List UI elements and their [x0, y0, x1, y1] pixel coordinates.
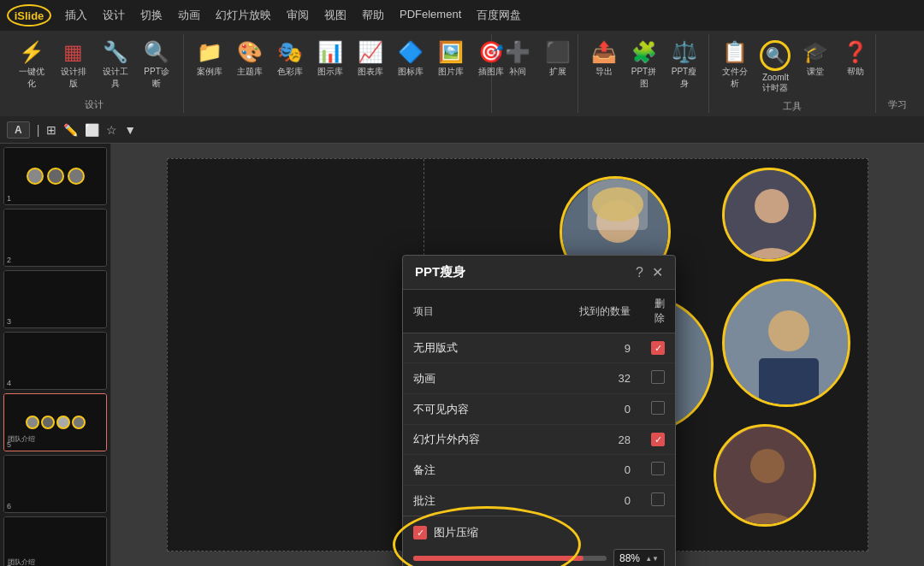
align-icon[interactable]: ☆ — [106, 123, 117, 137]
group-design-label: 设计 — [12, 95, 176, 113]
slide5-label: 团队介绍 — [8, 434, 35, 444]
item-checkbox-4[interactable] — [641, 455, 675, 486]
group-ppt: 📤 导出 🧩 PPT拼图 ⚖️ PPT瘦身 — [578, 34, 710, 113]
slide-thumb-5[interactable]: 团队介绍 5 — [3, 393, 107, 451]
slide-thumb-4[interactable]: 4 — [3, 332, 107, 390]
svg-point-5 — [755, 189, 789, 223]
btn-charts[interactable]: 📈 图表库 — [352, 38, 389, 80]
toolbar-row: A | ⊞ ✏️ ⬜ ☆ ▼ — [0, 116, 924, 144]
pen-icon[interactable]: ✏️ — [63, 123, 78, 137]
menu-view[interactable]: 视图 — [324, 8, 346, 23]
btn-zoomit[interactable]: 🔍 ZoomIt计时器 — [756, 38, 794, 97]
optimize-label: 一键优化 — [16, 66, 47, 90]
item-checkbox-0[interactable] — [641, 333, 675, 363]
pptjigsaw-label: PPT拼图 — [630, 66, 659, 90]
layout-label: 设计排版 — [58, 66, 89, 90]
slide-thumb-1[interactable]: 1 — [3, 147, 107, 205]
slide-thumb-3[interactable]: 3 — [3, 270, 107, 328]
slide-thumb-6[interactable]: 6 — [3, 455, 107, 513]
item-checkbox-2[interactable] — [641, 394, 675, 425]
ppt-slim-dialog: PPT瘦身 ? ✕ 项目 找到的数量 删除 — [402, 255, 676, 566]
img-compress-checkbox[interactable] — [413, 526, 427, 539]
checkbox-1[interactable] — [651, 370, 665, 384]
ribbon: iSlide 插入 设计 切换 动画 幻灯片放映 审阅 视图 帮助 PDFele… — [0, 0, 924, 116]
menu-baidupan[interactable]: 百度网盘 — [477, 8, 521, 23]
diagrams-icon: 📊 — [317, 40, 343, 64]
menu-review[interactable]: 审阅 — [287, 8, 309, 23]
percent-input[interactable]: 88% ▲▼ — [613, 549, 665, 566]
btn-fileanalysis[interactable]: 📋 文件分析 — [716, 38, 754, 92]
menu-slideshow[interactable]: 幻灯片放映 — [216, 8, 271, 23]
profile-6 — [714, 424, 816, 527]
slide-num-1: 1 — [7, 194, 11, 203]
colors-label: 色彩库 — [277, 66, 303, 78]
slide-num-5: 5 — [7, 440, 11, 449]
export-label: 导出 — [595, 66, 613, 78]
shape-icon[interactable]: ⬜ — [85, 123, 99, 137]
btn-diagnose[interactable]: 🔍 PPT诊断 — [137, 38, 175, 92]
expand-label: 扩展 — [549, 66, 566, 78]
item-checkbox-5[interactable] — [641, 486, 675, 516]
pptjigsaw-icon: 🧩 — [631, 40, 657, 64]
checkbox-3[interactable] — [651, 433, 665, 446]
btn-addon[interactable]: ➕ 补间 — [499, 38, 536, 80]
percent-spinner[interactable]: ▲▼ — [645, 555, 659, 563]
dialog-help-button[interactable]: ? — [636, 265, 643, 280]
menu-pdfelement[interactable]: PDFelement — [400, 8, 461, 23]
table-row: 幻灯片外内容 28 — [403, 425, 675, 455]
library-items: 📁 案例库 🎨 主题库 🎭 色彩库 📊 图示库 📈 图表库 — [191, 34, 484, 108]
btn-classroom[interactable]: 🎓 课堂 — [797, 38, 834, 80]
btn-export[interactable]: 📤 导出 — [585, 38, 623, 80]
btn-expand[interactable]: ⬛ 扩展 — [539, 38, 577, 80]
select-icon[interactable]: ⊞ — [46, 123, 56, 137]
menu-transition[interactable]: 切换 — [140, 8, 163, 23]
table-row: 无用版式 9 — [403, 333, 675, 363]
item-checkbox-1[interactable] — [641, 363, 675, 394]
text-tool-indicator[interactable]: A — [7, 121, 30, 139]
menu-bar: iSlide 插入 设计 切换 动画 幻灯片放映 审阅 视图 帮助 PDFele… — [0, 0, 924, 31]
checkbox-0[interactable] — [651, 341, 665, 355]
left-panel-divider — [168, 159, 424, 551]
menu-animation[interactable]: 动画 — [178, 8, 200, 23]
btn-diagrams[interactable]: 📊 图示库 — [311, 38, 349, 80]
more-icon[interactable]: ▼ — [124, 123, 136, 137]
btn-pptslim[interactable]: ⚖️ PPT瘦身 — [666, 38, 703, 92]
btn-pptjigsaw[interactable]: 🧩 PPT拼图 — [625, 38, 663, 92]
profile-2 — [722, 168, 816, 262]
checkbox-4[interactable] — [651, 462, 665, 475]
slide-num-6: 6 — [7, 502, 11, 510]
checkbox-5[interactable] — [651, 492, 665, 506]
slide-panel: 1 2 3 4 团队介绍 — [0, 144, 111, 566]
btn-cases[interactable]: 📁 案例库 — [191, 38, 228, 80]
btn-help[interactable]: ❓ 帮助 — [837, 38, 874, 80]
group-learning-label: 学习 — [883, 95, 912, 113]
classroom-icon: 🎓 — [803, 40, 828, 64]
item-checkbox-3[interactable] — [641, 425, 675, 455]
images-icon: 🖼️ — [438, 40, 464, 64]
menu-help[interactable]: 帮助 — [362, 8, 384, 23]
menu-insert[interactable]: 插入 — [65, 8, 87, 23]
btn-layout[interactable]: ▦ 设计排版 — [54, 38, 93, 92]
btn-icons[interactable]: 🔷 图标库 — [392, 38, 429, 80]
zoomit-icon: 🔍 — [766, 46, 785, 65]
btn-colors[interactable]: 🎭 色彩库 — [271, 38, 309, 80]
group-tools-label: 工具 — [716, 97, 868, 115]
slide-thumb-2[interactable]: 2 — [3, 209, 107, 267]
tools-icon: 🔧 — [103, 40, 128, 64]
btn-optimize[interactable]: ⚡ 一键优化 — [12, 38, 51, 92]
slide-num-4: 4 — [7, 379, 11, 387]
btn-tools[interactable]: 🔧 设计工具 — [96, 38, 135, 92]
menu-design[interactable]: 设计 — [103, 8, 125, 23]
dialog-close-button[interactable]: ✕ — [652, 264, 663, 280]
svg-point-10 — [768, 310, 809, 351]
btn-images[interactable]: 🖼️ 图片库 — [432, 38, 470, 80]
toolbar-divider1: | — [37, 123, 40, 137]
addon-icon: ➕ — [505, 40, 530, 64]
group-addon: ➕ 补间 ⬛ 扩展 — [492, 34, 578, 113]
addon-items: ➕ 补间 ⬛ 扩展 — [499, 34, 571, 108]
islide-logo[interactable]: iSlide — [7, 4, 51, 27]
checkbox-2[interactable] — [651, 401, 665, 415]
group-library: 📁 案例库 🎨 主题库 🎭 色彩库 📊 图示库 📈 图表库 — [184, 34, 492, 113]
slide-thumb-7[interactable]: 团队介绍 7 — [3, 516, 107, 566]
btn-themes[interactable]: 🎨 主题库 — [231, 38, 269, 80]
